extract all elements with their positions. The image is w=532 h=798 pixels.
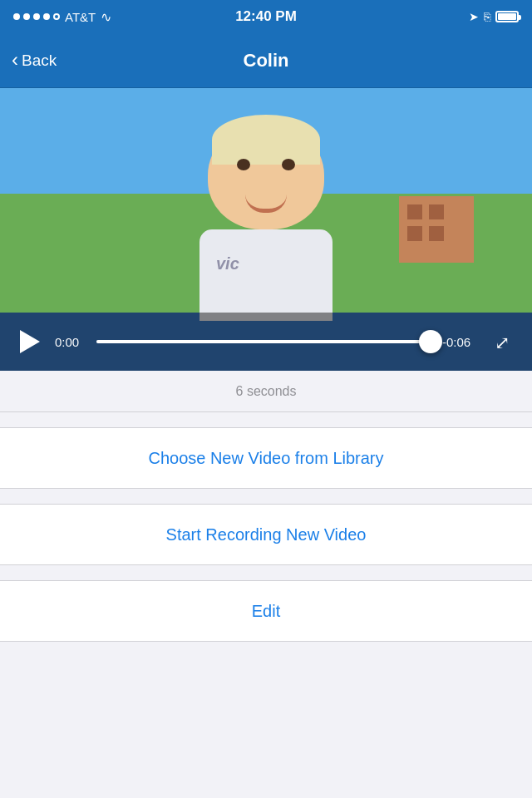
time-current: 0:00 xyxy=(55,335,85,349)
record-section: Start Recording New Video xyxy=(0,504,532,565)
bluetooth-icon: ⎘ xyxy=(484,10,490,23)
duration-label: 6 seconds xyxy=(236,384,297,399)
back-label: Back xyxy=(22,52,57,70)
boy-head xyxy=(208,121,324,229)
play-button[interactable] xyxy=(13,327,43,357)
dot5 xyxy=(53,13,60,20)
window4 xyxy=(429,226,444,241)
start-recording-button[interactable]: Start Recording New Video xyxy=(0,505,532,564)
boy-figure: vic xyxy=(175,121,357,321)
carrier-label: AT&T xyxy=(65,10,96,24)
dot3 xyxy=(33,13,40,20)
battery-fill xyxy=(498,13,516,20)
video-controls: 0:00 -0:06 xyxy=(0,313,532,371)
battery-icon xyxy=(495,11,519,22)
location-icon: ➤ xyxy=(469,10,479,23)
choose-library-label: Choose New Video from Library xyxy=(148,449,383,468)
action-section: Choose New Video from Library xyxy=(0,427,532,489)
page-title: Colin xyxy=(244,50,289,71)
nav-bar: ‹ Back Colin xyxy=(0,33,532,88)
window3 xyxy=(407,226,422,241)
status-time: 12:40 PM xyxy=(235,8,297,25)
back-button[interactable]: ‹ Back xyxy=(12,52,57,70)
eye-right xyxy=(282,159,295,170)
fullscreen-button[interactable] xyxy=(489,327,519,357)
choose-library-button[interactable]: Choose New Video from Library xyxy=(0,428,532,488)
window2 xyxy=(429,204,444,219)
building xyxy=(399,196,474,263)
fullscreen-icon xyxy=(495,332,513,351)
dot2 xyxy=(23,13,30,20)
building-windows xyxy=(407,204,444,241)
wifi-icon: ∿ xyxy=(101,9,111,25)
video-player[interactable]: vic 0:00 -0:06 xyxy=(0,88,532,371)
status-right: ➤ ⎘ xyxy=(469,10,519,23)
start-recording-label: Start Recording New Video xyxy=(166,525,367,544)
window1 xyxy=(407,204,422,219)
time-remaining: -0:06 xyxy=(442,335,477,349)
dot4 xyxy=(43,13,50,20)
status-left: AT&T ∿ xyxy=(13,9,111,25)
edit-button[interactable]: Edit xyxy=(0,581,532,641)
section-gap-2 xyxy=(0,489,532,504)
chevron-left-icon: ‹ xyxy=(12,50,18,70)
signal-dots xyxy=(13,13,60,20)
section-gap-3 xyxy=(0,565,532,580)
boy-body: vic xyxy=(200,229,332,321)
section-gap-1 xyxy=(0,412,532,427)
duration-bar: 6 seconds xyxy=(0,371,532,412)
status-bar: AT&T ∿ 12:40 PM ➤ ⎘ xyxy=(0,0,532,33)
play-icon xyxy=(20,330,40,353)
boy-eyes xyxy=(237,159,295,170)
eye-left xyxy=(237,159,250,170)
edit-section: Edit xyxy=(0,580,532,642)
dot1 xyxy=(13,13,20,20)
boy-smile xyxy=(245,195,287,213)
edit-label: Edit xyxy=(252,602,280,621)
progress-thumb[interactable] xyxy=(419,330,442,353)
progress-fill xyxy=(96,340,431,343)
progress-track[interactable] xyxy=(96,340,431,343)
shirt-text: vic xyxy=(200,229,332,273)
boy-hair xyxy=(212,115,320,165)
